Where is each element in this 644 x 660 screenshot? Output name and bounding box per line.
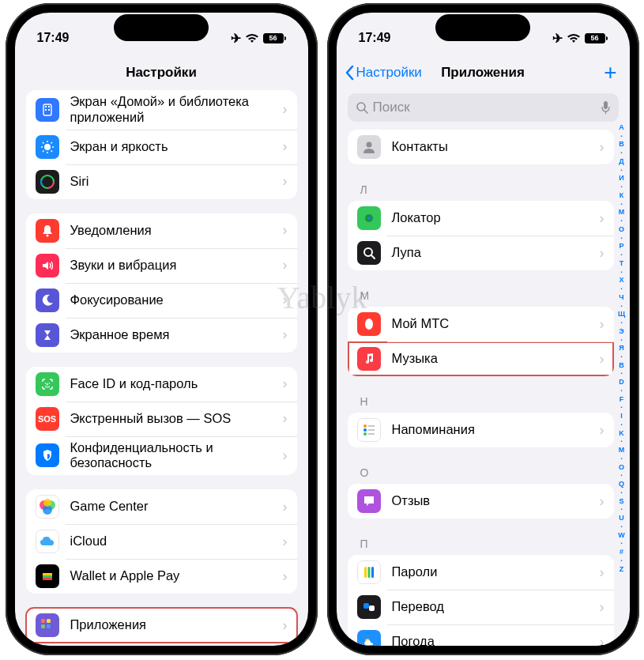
svg-rect-31 <box>47 624 51 628</box>
airplane-icon: ✈︎ <box>231 31 241 46</box>
airplane-icon: ✈︎ <box>552 31 563 46</box>
index-char[interactable]: • <box>620 524 622 530</box>
index-bar[interactable]: А•В•Д•И•К•М•О•Р•Т•Х•Ч•Щ•Э•Я•В•D•F•I•K•M•… <box>616 123 628 630</box>
locator-icon <box>357 206 381 230</box>
settings-row[interactable]: Siri› <box>26 164 297 199</box>
settings-row[interactable]: Конфиденциальность и безопасность› <box>26 436 297 476</box>
mic-icon[interactable] <box>601 100 611 115</box>
settings-row[interactable]: Экран «Домой» и библиотека приложений› <box>26 90 297 130</box>
apps-list[interactable]: Контакты›ЛЛокатор›Лупа›ММой МТС›Музыка›Н… <box>337 130 630 646</box>
settings-row[interactable]: Напоминания› <box>348 413 614 447</box>
index-char[interactable]: М <box>619 208 625 217</box>
index-char[interactable]: U <box>619 514 624 523</box>
settings-list[interactable]: Экран «Домой» и библиотека приложений›Эк… <box>15 90 308 646</box>
phone-left: 17:49 ✈︎ 56 Настройки Экран «Домой» и би… <box>6 3 318 655</box>
index-char[interactable]: • <box>620 473 622 479</box>
index-char[interactable]: • <box>620 134 622 140</box>
index-char[interactable]: K <box>619 429 624 439</box>
settings-row[interactable]: Погода› <box>348 624 614 646</box>
index-char[interactable]: • <box>620 218 622 224</box>
settings-row[interactable]: Фокусирование› <box>26 283 297 318</box>
index-char[interactable]: • <box>620 456 622 462</box>
index-char[interactable]: • <box>620 320 622 326</box>
index-char[interactable]: • <box>620 558 622 564</box>
settings-row[interactable]: Лупа› <box>348 236 614 270</box>
index-char[interactable]: W <box>618 531 625 541</box>
settings-row[interactable]: Экран и яркость› <box>26 130 297 164</box>
settings-row[interactable]: Приложения› <box>26 608 297 643</box>
index-char[interactable]: I <box>620 412 623 421</box>
index-char[interactable]: К <box>620 191 624 201</box>
index-char[interactable]: • <box>620 405 622 411</box>
index-char[interactable]: • <box>620 371 622 377</box>
index-char[interactable]: D <box>619 378 624 387</box>
chevron-right-icon: › <box>283 568 288 585</box>
settings-row[interactable]: Звуки и вибрация› <box>26 248 297 283</box>
chevron-right-icon: › <box>600 564 604 581</box>
index-char[interactable]: В <box>619 361 624 371</box>
weather-icon <box>357 630 381 646</box>
index-char[interactable]: Ч <box>619 293 623 303</box>
index-char[interactable]: Х <box>619 276 623 285</box>
index-char[interactable]: В <box>619 140 624 149</box>
index-char[interactable]: • <box>620 150 622 157</box>
index-char[interactable]: Q <box>619 480 624 489</box>
index-char[interactable]: • <box>620 270 622 276</box>
settings-row[interactable]: Перевод› <box>348 590 614 624</box>
settings-row[interactable]: SOSЭкстренный вызов — SOS› <box>26 402 297 436</box>
settings-row[interactable]: Wallet и Apple Pay› <box>26 559 297 594</box>
search-input[interactable]: Поиск <box>348 93 619 122</box>
settings-row[interactable]: Контакты› <box>348 130 614 164</box>
settings-row[interactable]: Уведомления› <box>26 213 297 248</box>
sound-icon <box>36 254 59 277</box>
settings-row[interactable]: Мой МТС› <box>348 307 614 341</box>
index-char[interactable]: • <box>620 304 622 310</box>
index-char[interactable]: Я <box>619 344 623 353</box>
index-char[interactable]: # <box>620 548 623 557</box>
back-button[interactable]: Настройки <box>345 65 422 81</box>
index-char[interactable]: • <box>620 354 622 360</box>
index-char[interactable]: • <box>620 184 622 190</box>
index-char[interactable]: • <box>620 422 622 428</box>
index-char[interactable]: Щ <box>618 310 625 319</box>
settings-row[interactable]: Экранное время› <box>26 318 297 353</box>
index-char[interactable]: Р <box>619 242 623 251</box>
chevron-left-icon <box>345 65 354 81</box>
wifi-icon <box>567 33 581 43</box>
settings-row[interactable]: Face ID и код-пароль› <box>26 367 297 402</box>
index-char[interactable]: И <box>619 174 623 183</box>
index-char[interactable]: M <box>619 446 625 455</box>
svg-point-18 <box>44 383 46 384</box>
index-char[interactable]: Z <box>620 565 624 575</box>
index-char[interactable]: • <box>620 286 622 292</box>
back-label: Настройки <box>356 65 422 81</box>
index-char[interactable]: • <box>620 541 622 547</box>
index-char[interactable]: Д <box>619 157 623 167</box>
index-char[interactable]: • <box>620 202 622 208</box>
settings-row[interactable]: Пароли› <box>348 555 614 590</box>
index-char[interactable]: • <box>620 236 622 242</box>
settings-row[interactable]: Музыка› <box>348 341 614 376</box>
index-char[interactable]: • <box>620 252 622 258</box>
index-char[interactable]: • <box>620 490 622 496</box>
settings-row[interactable]: Game Center› <box>26 489 297 524</box>
settings-row[interactable]: Локатор› <box>348 201 614 236</box>
index-char[interactable]: • <box>620 168 622 174</box>
index-char[interactable]: F <box>620 395 624 405</box>
index-char[interactable]: • <box>620 388 622 394</box>
index-char[interactable]: • <box>620 507 622 513</box>
index-char[interactable]: О <box>619 225 624 235</box>
settings-row[interactable]: Отзыв› <box>348 484 614 519</box>
add-button[interactable]: + <box>604 62 616 84</box>
index-char[interactable]: O <box>619 463 624 473</box>
settings-row[interactable]: iCloud› <box>26 524 297 559</box>
index-char[interactable]: Э <box>619 327 623 337</box>
index-char[interactable]: • <box>620 338 622 344</box>
index-char[interactable]: S <box>619 497 623 507</box>
index-char[interactable]: Т <box>620 259 624 269</box>
section-header: Л <box>348 179 614 201</box>
svg-line-11 <box>51 150 52 152</box>
index-char[interactable]: А <box>619 123 624 133</box>
index-char[interactable]: • <box>620 439 622 445</box>
row-label: Уведомления <box>70 223 283 239</box>
